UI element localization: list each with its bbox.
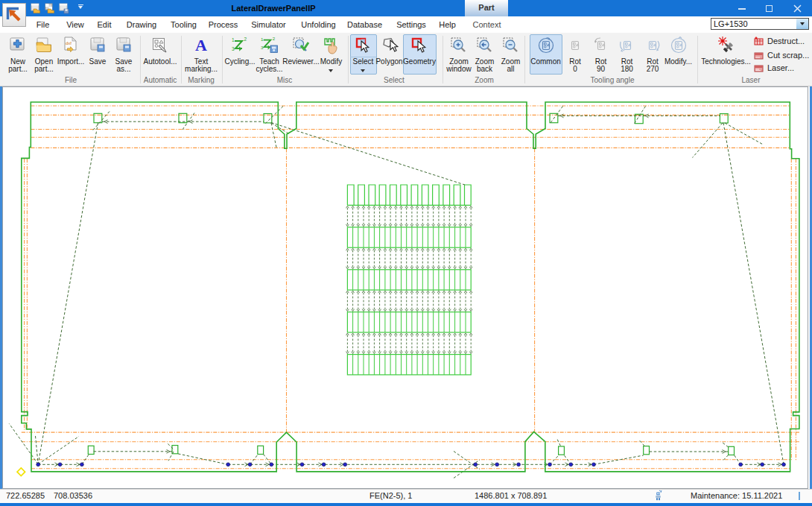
svg-text:2: 2: [272, 36, 275, 41]
svg-text:1: 1: [260, 37, 263, 42]
svg-text:3: 3: [260, 45, 263, 50]
svg-text:2: 2: [244, 37, 247, 42]
svg-text:1: 1: [232, 37, 235, 42]
svg-text:A: A: [195, 36, 207, 54]
svg-text:dxf: dxf: [66, 41, 72, 45]
svg-text:3: 3: [232, 46, 235, 51]
